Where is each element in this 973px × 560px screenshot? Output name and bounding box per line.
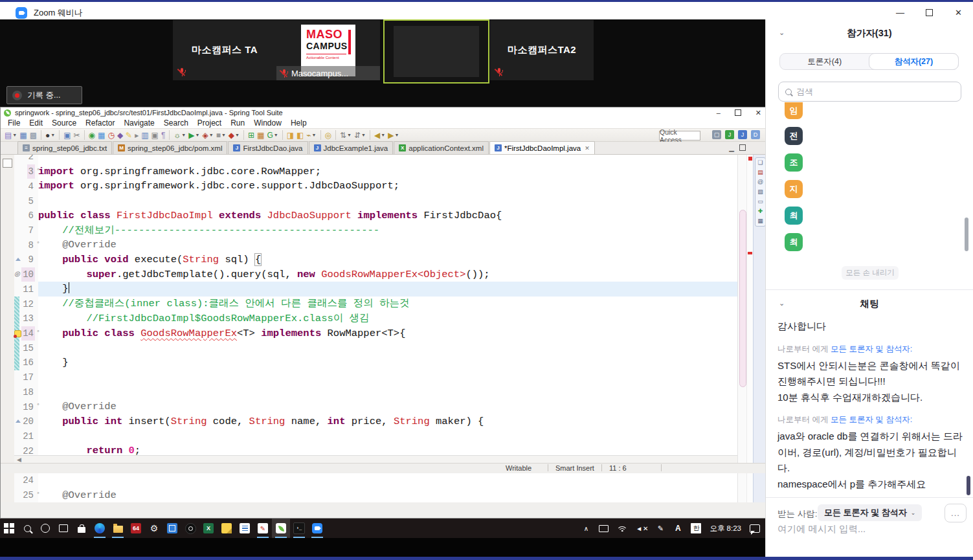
jee-perspective-icon[interactable]: J bbox=[725, 130, 734, 139]
code-line-21[interactable]: 21 bbox=[14, 429, 737, 444]
close-button[interactable]: ✕ bbox=[944, 4, 973, 21]
menu-source[interactable]: Source bbox=[47, 118, 81, 128]
menu-run[interactable]: Run bbox=[226, 118, 249, 128]
connect-plug-button[interactable]: ◆ bbox=[116, 129, 124, 140]
new-java-class-button[interactable]: ⊞ bbox=[247, 129, 256, 140]
save-button[interactable]: ▦ bbox=[18, 129, 28, 140]
ide-restore-button[interactable] bbox=[735, 109, 741, 116]
open-file-button[interactable]: ◧ bbox=[295, 129, 305, 140]
menu-search[interactable]: Search bbox=[159, 118, 193, 128]
taskbar-sticky-notes-icon[interactable] bbox=[218, 519, 236, 538]
fold-toggle-icon[interactable]: ∘ bbox=[36, 239, 40, 245]
code-editor[interactable]: 23∘import org.springframework.jdbc.core.… bbox=[1, 155, 765, 502]
gutter[interactable]: 25∘ bbox=[14, 488, 38, 502]
debug-button[interactable]: ☼▼ bbox=[172, 129, 187, 140]
tray-volume-muted-icon[interactable]: ◄ ✕ bbox=[636, 525, 647, 532]
code-line-5[interactable]: 5 bbox=[14, 194, 737, 208]
console-view-icon[interactable]: ▭ bbox=[757, 199, 763, 205]
collapsed-view-strip-right[interactable]: ❏ ▤ @ ▧ ▭ ✚ ▦ bbox=[753, 155, 765, 502]
gutter[interactable]: 12 bbox=[14, 297, 38, 311]
code-line-13[interactable]: 13 //FirstJdbcDaoImpl$GoodsRowMapperEx.c… bbox=[14, 311, 737, 326]
gutter[interactable]: 18 bbox=[14, 385, 38, 400]
send-to-dropdown[interactable]: 모든 토론자 및 참석자 ⌄ bbox=[818, 504, 922, 521]
chat-recipients-link[interactable]: 모든 토론자 및 참석자: bbox=[831, 415, 912, 424]
tab-panelists[interactable]: 토론자(4) bbox=[780, 54, 869, 69]
taskbar-red-editor-icon[interactable]: ✎ bbox=[254, 519, 272, 538]
gutter[interactable]: 24 bbox=[14, 473, 38, 488]
code-line-14[interactable]: 14∘ public class GoodsRowMapperEx<T> imp… bbox=[14, 326, 737, 341]
gutter[interactable]: 13 bbox=[14, 311, 38, 326]
chat-message-input[interactable]: 여기에 메시지 입력... bbox=[777, 523, 866, 535]
highlight-pen-button[interactable]: ✎ bbox=[124, 129, 133, 140]
fold-toggle-icon[interactable]: ∘ bbox=[36, 401, 40, 407]
gutter[interactable]: 21 bbox=[14, 429, 38, 444]
code-text[interactable]: import org.springframework.jdbc.core.sup… bbox=[38, 179, 737, 194]
code-line-12[interactable]: 12 //중첩클래스(inner class):클래스 안에서 다른 클래스를 … bbox=[14, 297, 737, 311]
taskbar-excel-icon[interactable]: X bbox=[199, 519, 218, 538]
minimize-button[interactable]: — bbox=[886, 4, 915, 21]
restore-view-icon[interactable] bbox=[3, 159, 12, 168]
show-whitespace-button[interactable]: ¶ bbox=[160, 129, 166, 140]
gutter[interactable]: 19∘ bbox=[14, 399, 38, 414]
tab-close-icon[interactable]: ✕ bbox=[585, 145, 590, 151]
code-line-7[interactable]: 7 //전체보기--------------------------------… bbox=[14, 223, 737, 238]
menu-file[interactable]: File bbox=[3, 118, 25, 128]
participants-search-input[interactable]: 검색 bbox=[778, 82, 961, 102]
code-line-16[interactable]: 16 } bbox=[14, 355, 737, 370]
gutter[interactable]: 7 bbox=[14, 223, 38, 238]
chat-message-2[interactable]: 나로부터 에게 모든 토론자 및 참석자:STS에서 안되시는분은 콘솔창에서 … bbox=[777, 344, 964, 406]
video-tile-active-speaker[interactable] bbox=[383, 19, 489, 84]
menu-window[interactable]: Window bbox=[249, 118, 286, 128]
fold-toggle-icon[interactable]: ∘ bbox=[36, 489, 40, 496]
add-view-icon[interactable]: ✚ bbox=[758, 208, 763, 214]
editor-tab-jdbcexample1-java[interactable]: JJdbcExample1.java bbox=[309, 141, 394, 154]
link-editor-button[interactable]: ▥ bbox=[140, 129, 150, 140]
open-type-button[interactable]: G▼ bbox=[265, 129, 279, 140]
editor-tab--firstjdbcdaoimpl-java[interactable]: J*FirstJdbcDaoImpl.java✕ bbox=[489, 141, 595, 154]
back-button[interactable]: ◀▼ bbox=[373, 129, 386, 140]
java-perspective-icon[interactable]: J bbox=[738, 130, 747, 139]
taskbar-edge-icon[interactable] bbox=[91, 519, 109, 538]
taskbar-start-icon[interactable] bbox=[0, 519, 18, 538]
code-text[interactable]: public int insert(String code, String na… bbox=[38, 414, 737, 429]
code-line-9[interactable]: 9 public void execute(String sql) { bbox=[14, 252, 737, 267]
menu-navigate[interactable]: Navigate bbox=[119, 118, 159, 128]
menu-refactor[interactable]: Refactor bbox=[81, 118, 119, 128]
menu-help[interactable]: Help bbox=[286, 118, 311, 128]
code-text[interactable] bbox=[38, 385, 737, 400]
code-line-6[interactable]: 6public class FirstJdbcDaoImpl extends J… bbox=[14, 208, 737, 223]
taskbar-store-icon[interactable] bbox=[73, 519, 91, 538]
code-text[interactable]: } bbox=[38, 282, 737, 297]
editor-tab-spring-step06-jdbc-txt[interactable]: ≡spring_step06_jdbc.txt bbox=[17, 141, 112, 154]
debug-attach-button[interactable]: ●▼ bbox=[44, 129, 56, 140]
outline-view-icon[interactable]: ▤ bbox=[757, 170, 763, 175]
taskbar-file-explorer-icon[interactable] bbox=[109, 519, 127, 538]
gutter[interactable]: 17 bbox=[14, 370, 38, 385]
debug-perspective-icon[interactable]: D bbox=[751, 130, 760, 139]
editor-tab-spring-step06-jdbc-pom-xml[interactable]: Mspring_step06_jdbc/pom.xml bbox=[113, 141, 227, 154]
refresh-clock-button[interactable]: ◷ bbox=[106, 129, 115, 140]
editor-minimize-icon[interactable]: ▁ bbox=[729, 144, 734, 151]
chat-scrollbar[interactable] bbox=[967, 476, 970, 495]
code-line-25[interactable]: 25∘ @Override bbox=[14, 488, 737, 502]
video-tile-ta2[interactable]: 마소캠퍼스TA2 bbox=[490, 20, 594, 80]
run-button[interactable]: ▶▼ bbox=[187, 129, 201, 140]
tray-ime-korean-icon[interactable]: 한 bbox=[691, 523, 701, 533]
taskbar-photos-icon[interactable] bbox=[163, 519, 181, 538]
sort-button[interactable]: ⇅▼ bbox=[339, 129, 353, 140]
fold-toggle-icon[interactable]: ∘ bbox=[36, 166, 40, 172]
chat-message-3[interactable]: 나로부터 에게 모든 토론자 및 참석자:java와 oracle db를 연결… bbox=[777, 414, 964, 492]
participant-avatar-1[interactable]: 임 bbox=[785, 102, 803, 119]
gutter[interactable]: 15 bbox=[14, 341, 38, 355]
error-quickfix-icon[interactable] bbox=[14, 330, 21, 337]
code-line-17[interactable]: 17 bbox=[14, 370, 737, 385]
mark-occurrences-button[interactable]: ▣ bbox=[150, 129, 160, 140]
fold-toggle-icon[interactable]: ∘ bbox=[36, 328, 40, 334]
code-line-19[interactable]: 19∘ @Override bbox=[14, 399, 737, 414]
code-text[interactable] bbox=[38, 194, 737, 208]
code-line-20[interactable]: 20 public int insert(String code, String… bbox=[14, 414, 737, 429]
scrollbar-thumb[interactable] bbox=[739, 210, 746, 387]
code-line-2[interactable]: 2 bbox=[14, 155, 737, 164]
taskbar-spring-tool-suite-icon[interactable] bbox=[272, 519, 290, 538]
next-edit-button[interactable]: ▸ bbox=[133, 129, 140, 140]
